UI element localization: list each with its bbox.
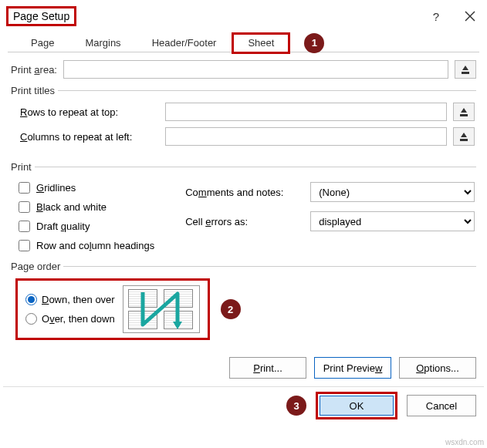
tab-margins[interactable]: Margins [69, 32, 136, 53]
cell-errors-label: Cell errors as: [185, 216, 301, 227]
collapse-icon [460, 64, 471, 75]
print-titles-legend: Print titles [11, 85, 58, 96]
page-order-legend: Page order [11, 261, 63, 272]
print-area-label: Print area: [11, 64, 57, 76]
rows-collapse-button[interactable] [453, 103, 475, 121]
tab-sheet[interactable]: Sheet [232, 32, 290, 54]
cols-repeat-input[interactable] [165, 127, 447, 146]
close-icon [465, 11, 475, 22]
down-then-over-radio[interactable]: Down, then over [25, 294, 115, 305]
svg-marker-7 [461, 133, 467, 137]
titlebar: Page Setup ? [0, 0, 487, 32]
step-badge-2: 2 [221, 299, 241, 319]
svg-marker-8 [173, 322, 182, 329]
print-area-input[interactable] [63, 60, 448, 79]
page-order-diagram [123, 285, 200, 333]
rows-repeat-label: Rows to repeat at top: [12, 106, 159, 118]
close-button[interactable] [462, 8, 478, 24]
svg-marker-5 [461, 108, 467, 113]
comments-select[interactable]: (None) [310, 182, 475, 202]
svg-rect-2 [462, 72, 469, 74]
svg-rect-4 [460, 114, 468, 116]
row-col-headings-checkbox[interactable]: Row and column headings [19, 240, 154, 251]
print-group: Print Gridlines Black and white Draft qu… [11, 161, 476, 253]
comments-label: Comments and notes: [185, 187, 301, 198]
cols-repeat-label: Columns to repeat at left: [12, 131, 159, 143]
page-order-highlight: Down, then over Over, then down [15, 278, 210, 340]
tab-header-footer[interactable]: Header/Footer [137, 32, 232, 53]
print-titles-group: Print titles Rows to repeat at top: Colu… [11, 85, 476, 153]
gridlines-checkbox[interactable]: Gridlines [19, 182, 154, 194]
svg-marker-3 [462, 66, 468, 70]
help-button[interactable]: ? [428, 8, 444, 24]
svg-rect-6 [460, 139, 468, 141]
step-badge-3: 3 [286, 396, 306, 416]
print-button[interactable]: Print... [229, 357, 306, 379]
watermark: wsxdn.com [445, 438, 484, 446]
cancel-button[interactable]: Cancel [407, 395, 476, 416]
print-legend: Print [11, 161, 35, 173]
print-preview-button[interactable]: Print Preview [314, 357, 391, 379]
collapse-icon [458, 106, 469, 117]
over-then-down-radio[interactable]: Over, then down [25, 313, 115, 325]
tab-page[interactable]: Page [15, 32, 69, 53]
cell-errors-select[interactable]: displayed [310, 211, 475, 231]
rows-repeat-input[interactable] [165, 103, 447, 121]
tab-bar: Page Margins Header/Footer Sheet [15, 32, 290, 53]
black-white-checkbox[interactable]: Black and white [19, 201, 154, 213]
options-button[interactable]: Options... [399, 357, 476, 379]
page-order-group: Page order Down, then over Over, then do… [11, 261, 476, 342]
ok-highlight: OK [316, 392, 397, 419]
page-order-arrow-icon [123, 286, 201, 334]
step-badge-1: 1 [304, 33, 324, 53]
dialog-title: Page Setup [6, 6, 76, 26]
cols-collapse-button[interactable] [453, 127, 475, 146]
draft-quality-checkbox[interactable]: Draft quality [19, 221, 154, 232]
print-area-collapse-button[interactable] [455, 60, 476, 79]
ok-button[interactable]: OK [320, 396, 394, 416]
collapse-icon [458, 131, 469, 142]
